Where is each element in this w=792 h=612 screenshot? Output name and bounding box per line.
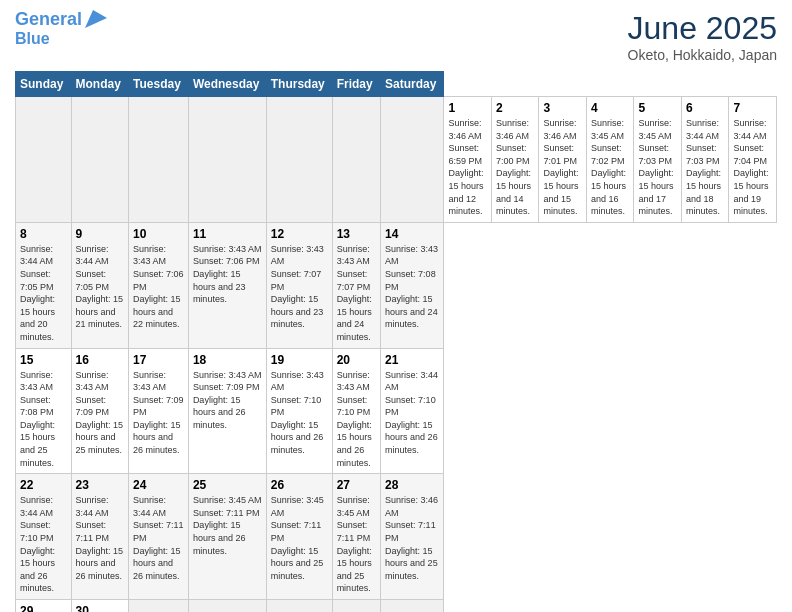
table-row: 10 Sunrise: 3:43 AM Sunset: 7:06 PM Dayl… [129, 222, 189, 348]
day-number: 10 [133, 227, 184, 241]
calendar-week-row: 22 Sunrise: 3:44 AM Sunset: 7:10 PM Dayl… [16, 474, 777, 600]
table-row: 9 Sunrise: 3:44 AM Sunset: 7:05 PM Dayli… [71, 222, 128, 348]
table-row: 8 Sunrise: 3:44 AM Sunset: 7:05 PM Dayli… [16, 222, 72, 348]
table-row: 17 Sunrise: 3:43 AM Sunset: 7:09 PM Dayl… [129, 348, 189, 474]
calendar-week-row: 1 Sunrise: 3:46 AM Sunset: 6:59 PM Dayli… [16, 97, 777, 223]
day-number: 6 [686, 101, 725, 115]
table-row: 29 Sunrise: 3:46 AM Sunset: 7:11 PM Dayl… [16, 600, 72, 613]
day-number: 9 [76, 227, 124, 241]
day-number: 17 [133, 353, 184, 367]
day-info: Sunrise: 3:43 AM Sunset: 7:10 PM Dayligh… [271, 369, 328, 457]
day-number: 27 [337, 478, 376, 492]
day-info: Sunrise: 3:43 AM Sunset: 7:09 PM Dayligh… [133, 369, 184, 457]
location-text: Oketo, Hokkaido, Japan [628, 47, 777, 63]
table-row: 7 Sunrise: 3:44 AM Sunset: 7:04 PM Dayli… [729, 97, 777, 223]
day-number: 8 [20, 227, 67, 241]
table-row: 16 Sunrise: 3:43 AM Sunset: 7:09 PM Dayl… [71, 348, 128, 474]
day-number: 20 [337, 353, 376, 367]
table-row: 26 Sunrise: 3:45 AM Sunset: 7:11 PM Dayl… [266, 474, 332, 600]
table-row: 1 Sunrise: 3:46 AM Sunset: 6:59 PM Dayli… [444, 97, 492, 223]
table-row: 21 Sunrise: 3:44 AM Sunset: 7:10 PM Dayl… [381, 348, 444, 474]
day-number: 1 [448, 101, 487, 115]
page-container: General Blue June 2025 Oketo, Hokkaido, … [0, 0, 792, 612]
table-row: 15 Sunrise: 3:43 AM Sunset: 7:08 PM Dayl… [16, 348, 72, 474]
day-number: 29 [20, 604, 67, 612]
day-number: 11 [193, 227, 262, 241]
table-row [266, 97, 332, 223]
col-tuesday: Tuesday [129, 72, 189, 97]
day-number: 3 [543, 101, 582, 115]
table-row: 6 Sunrise: 3:44 AM Sunset: 7:03 PM Dayli… [681, 97, 729, 223]
table-row [381, 600, 444, 613]
day-info: Sunrise: 3:44 AM Sunset: 7:11 PM Dayligh… [76, 494, 124, 582]
header: General Blue June 2025 Oketo, Hokkaido, … [15, 10, 777, 63]
day-number: 4 [591, 101, 630, 115]
col-wednesday: Wednesday [188, 72, 266, 97]
logo: General Blue [15, 10, 107, 47]
day-info: Sunrise: 3:45 AM Sunset: 7:03 PM Dayligh… [638, 117, 677, 218]
table-row: 28 Sunrise: 3:46 AM Sunset: 7:11 PM Dayl… [381, 474, 444, 600]
table-row [129, 97, 189, 223]
day-info: Sunrise: 3:44 AM Sunset: 7:10 PM Dayligh… [20, 494, 67, 595]
day-info: Sunrise: 3:44 AM Sunset: 7:05 PM Dayligh… [76, 243, 124, 331]
day-number: 21 [385, 353, 439, 367]
table-row: 12 Sunrise: 3:43 AM Sunset: 7:07 PM Dayl… [266, 222, 332, 348]
day-info: Sunrise: 3:43 AM Sunset: 7:07 PM Dayligh… [271, 243, 328, 331]
table-row: 23 Sunrise: 3:44 AM Sunset: 7:11 PM Dayl… [71, 474, 128, 600]
logo-subtext: Blue [15, 30, 50, 48]
month-year-title: June 2025 [628, 10, 777, 47]
day-info: Sunrise: 3:45 AM Sunset: 7:11 PM Dayligh… [271, 494, 328, 582]
table-row: 20 Sunrise: 3:43 AM Sunset: 7:10 PM Dayl… [332, 348, 380, 474]
day-info: Sunrise: 3:43 AM Sunset: 7:06 PM Dayligh… [133, 243, 184, 331]
title-section: June 2025 Oketo, Hokkaido, Japan [628, 10, 777, 63]
table-row [188, 97, 266, 223]
table-row: 19 Sunrise: 3:43 AM Sunset: 7:10 PM Dayl… [266, 348, 332, 474]
table-row: 11 Sunrise: 3:43 AM Sunset: 7:06 PM Dayl… [188, 222, 266, 348]
day-number: 30 [76, 604, 124, 612]
table-row [381, 97, 444, 223]
day-number: 23 [76, 478, 124, 492]
day-number: 13 [337, 227, 376, 241]
table-row: 2 Sunrise: 3:46 AM Sunset: 7:00 PM Dayli… [491, 97, 539, 223]
day-info: Sunrise: 3:46 AM Sunset: 7:01 PM Dayligh… [543, 117, 582, 218]
table-row: 13 Sunrise: 3:43 AM Sunset: 7:07 PM Dayl… [332, 222, 380, 348]
day-number: 14 [385, 227, 439, 241]
day-number: 22 [20, 478, 67, 492]
calendar-header-row: Sunday Monday Tuesday Wednesday Thursday… [16, 72, 777, 97]
day-info: Sunrise: 3:44 AM Sunset: 7:10 PM Dayligh… [385, 369, 439, 457]
day-info: Sunrise: 3:46 AM Sunset: 7:11 PM Dayligh… [385, 494, 439, 582]
table-row [129, 600, 189, 613]
day-number: 24 [133, 478, 184, 492]
day-info: Sunrise: 3:44 AM Sunset: 7:04 PM Dayligh… [733, 117, 772, 218]
calendar-table: Sunday Monday Tuesday Wednesday Thursday… [15, 71, 777, 612]
col-saturday: Saturday [381, 72, 444, 97]
day-number: 26 [271, 478, 328, 492]
day-number: 18 [193, 353, 262, 367]
day-info: Sunrise: 3:43 AM Sunset: 7:10 PM Dayligh… [337, 369, 376, 470]
svg-marker-0 [85, 10, 107, 28]
logo-icon [85, 10, 107, 28]
day-info: Sunrise: 3:45 AM Sunset: 7:02 PM Dayligh… [591, 117, 630, 218]
table-row: 30 Sunrise: 3:47 AM Sunset: 7:11 PM Dayl… [71, 600, 128, 613]
table-row: 25 Sunrise: 3:45 AM Sunset: 7:11 PM Dayl… [188, 474, 266, 600]
logo-text: General [15, 10, 82, 30]
day-number: 28 [385, 478, 439, 492]
table-row: 4 Sunrise: 3:45 AM Sunset: 7:02 PM Dayli… [586, 97, 634, 223]
col-thursday: Thursday [266, 72, 332, 97]
table-row [16, 97, 72, 223]
day-number: 2 [496, 101, 535, 115]
table-row: 22 Sunrise: 3:44 AM Sunset: 7:10 PM Dayl… [16, 474, 72, 600]
day-info: Sunrise: 3:43 AM Sunset: 7:06 PM Dayligh… [193, 243, 262, 306]
calendar-week-row: 15 Sunrise: 3:43 AM Sunset: 7:08 PM Dayl… [16, 348, 777, 474]
table-row: 24 Sunrise: 3:44 AM Sunset: 7:11 PM Dayl… [129, 474, 189, 600]
day-info: Sunrise: 3:43 AM Sunset: 7:08 PM Dayligh… [385, 243, 439, 331]
day-info: Sunrise: 3:43 AM Sunset: 7:09 PM Dayligh… [193, 369, 262, 432]
calendar-week-row: 8 Sunrise: 3:44 AM Sunset: 7:05 PM Dayli… [16, 222, 777, 348]
table-row [332, 600, 380, 613]
col-friday: Friday [332, 72, 380, 97]
table-row: 14 Sunrise: 3:43 AM Sunset: 7:08 PM Dayl… [381, 222, 444, 348]
day-number: 12 [271, 227, 328, 241]
col-monday: Monday [71, 72, 128, 97]
day-info: Sunrise: 3:46 AM Sunset: 7:00 PM Dayligh… [496, 117, 535, 218]
table-row: 3 Sunrise: 3:46 AM Sunset: 7:01 PM Dayli… [539, 97, 587, 223]
